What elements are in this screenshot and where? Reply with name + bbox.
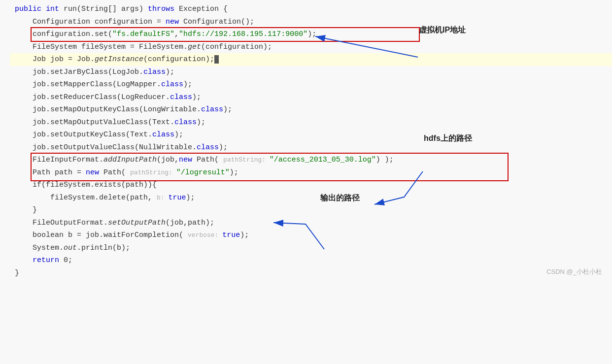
output-path-annotation: 输出的路径 <box>320 191 360 204</box>
code-line-22: } <box>10 267 612 280</box>
code-line-18: FileOutputFormat.setOutputPath(job,path)… <box>10 217 612 230</box>
code-line-7: job.setMapperClass(LogMapper.class); <box>10 78 612 91</box>
code-line-15: if(fileSystem.exists(path)){ <box>10 179 612 192</box>
code-line-16: fileSystem.delete(path, b: true); <box>10 192 612 204</box>
code-line-13: FileInputFormat.addInputPath(job,new Pat… <box>10 154 612 166</box>
hdfs-path-annotation: hdfs上的路径 <box>424 132 472 145</box>
code-line-11: job.setOutputKeyClass(Text.class); <box>10 129 612 141</box>
code-line-19: boolean b = job.waitForCompletion( verbo… <box>10 229 612 242</box>
code-line-17: } <box>10 204 612 217</box>
code-line-21: return 0; <box>10 254 612 267</box>
code-line-6: job.setJarByClass(LogJob.class); <box>10 66 612 79</box>
code-line-1: public int run(String[] args) throws Exc… <box>10 3 612 16</box>
code-line-4: FileSystem fileSystem = FileSystem.get(c… <box>10 41 612 54</box>
code-line-10: job.setMapOutputValueClass(Text.class); <box>10 116 612 129</box>
code-line-12: job.setOutputValueClass(NullWritable.cla… <box>10 141 612 154</box>
code-line-14: Path path = new Path( pathString: "/logr… <box>10 166 612 179</box>
code-line-9: job.setMapOutputKeyClass(LongWritable.cl… <box>10 103 612 116</box>
code-line-2: Configuration configuration = new Config… <box>10 16 612 29</box>
code-line-3: configuration.set("fs.defaultFS","hdfs:/… <box>10 28 612 41</box>
ip-annotation: 虚拟机IP地址 <box>419 23 466 36</box>
code-line-8: job.setReducerClass(LogReducer.class); <box>10 91 612 104</box>
code-line-5: Job job = Job.getInstance(configuration)… <box>10 53 612 66</box>
code-line-20: System.out.println(b); <box>10 242 612 255</box>
watermark: CSDN @_小杜小杜 <box>546 266 602 277</box>
